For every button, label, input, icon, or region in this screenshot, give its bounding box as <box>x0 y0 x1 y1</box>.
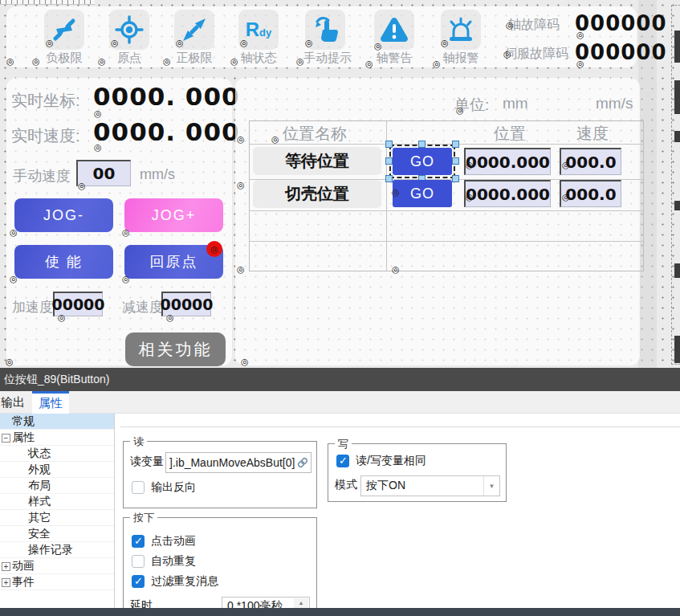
read-group: 读 读变量 ].ib_MaunMoveAbsBut[0] 输出反向 <box>123 441 317 508</box>
anchor-marker: ◎ <box>237 265 245 274</box>
same-var-checkbox[interactable] <box>336 455 349 467</box>
icon-label: 轴状态 <box>237 51 280 66</box>
tree-item-appearance[interactable]: 外观 <box>0 462 114 478</box>
anchor-marker: ◎ <box>271 135 279 144</box>
servo-fault-code-value: 000000 <box>575 40 667 64</box>
icon-label: 轴警告 <box>373 51 416 66</box>
expand-icon[interactable]: + <box>2 578 10 587</box>
click-animation-label: 点击动画 <box>151 534 196 549</box>
inspector-title-bar: 位按钮_89(BitButton) <box>0 368 680 391</box>
icon-label: 原点 <box>108 51 151 66</box>
edge-widget-fragment <box>674 336 680 363</box>
mode-label: 模式 <box>335 478 357 492</box>
axis-fault-code-label: 轴故障码 <box>508 17 560 34</box>
anchor-marker: ◎ <box>576 59 584 68</box>
selection-handle[interactable] <box>452 157 459 165</box>
anchor-marker: ◎ <box>237 135 245 144</box>
manual-speed-label: 手动速度 <box>13 166 71 186</box>
axis-alarm-icon <box>444 14 478 46</box>
filter-repeat-checkbox[interactable] <box>132 575 145 588</box>
axis-warning-icon <box>377 14 411 46</box>
tree-item-layout[interactable]: 布局 <box>0 478 114 494</box>
auto-repeat-checkbox[interactable] <box>132 555 145 568</box>
anchor-marker: ◎ <box>230 57 238 66</box>
link-variable-icon[interactable] <box>297 457 308 468</box>
decel-label: 减速度 <box>122 298 163 316</box>
anchor-marker: ◎ <box>94 109 102 118</box>
row2-position-input[interactable]: 0000.000 <box>464 180 551 207</box>
anchor-marker: ◎ <box>6 57 14 66</box>
tab-output[interactable]: 输出 <box>0 391 32 414</box>
selection-handle[interactable] <box>385 141 393 148</box>
mode-dropdown[interactable]: 按下ON ▼ <box>360 475 500 496</box>
anchor-marker: ◎ <box>441 39 449 47</box>
row2-name-cell: 切壳位置 <box>253 180 381 208</box>
anchor-marker: ◎ <box>32 57 40 66</box>
tree-item-animation[interactable]: +动画 <box>0 558 114 574</box>
anchor-marker: ◎ <box>365 59 373 68</box>
selection-handle[interactable] <box>452 141 459 148</box>
speed-unit: mm/s <box>596 95 633 112</box>
tree-item-state[interactable]: 状态 <box>0 446 114 462</box>
accel-label: 加速度 <box>12 298 53 316</box>
property-tree: 常规 −属性 状态 外观 布局 样式 其它 安全 操作记录 +动画 +事件 <box>0 414 115 608</box>
anchor-marker: ◎ <box>433 59 441 68</box>
same-var-label: 读/写变量相同 <box>356 454 426 468</box>
selection-handle[interactable] <box>385 175 393 182</box>
anchor-marker: ◎ <box>562 161 570 169</box>
hmi-designer-window: 负极限 原点 正极限 Rdy 轴状态 <box>0 0 680 616</box>
read-var-label: 读变量 <box>130 455 164 469</box>
tree-item-other[interactable]: 其它 <box>0 510 114 526</box>
output-invert-checkbox[interactable] <box>132 481 145 494</box>
selected-widget-title: 位按钮_89(BitButton) <box>4 373 110 387</box>
anchor-marker: ◎ <box>176 39 184 47</box>
anchor-marker: ◎ <box>456 106 464 115</box>
related-functions-button[interactable]: 相关功能 <box>125 332 226 366</box>
selection-handle[interactable] <box>418 141 426 148</box>
expand-icon[interactable]: + <box>2 562 10 571</box>
anchor-marker: ◎ <box>576 31 584 39</box>
selection-handle[interactable] <box>452 175 459 182</box>
read-var-input[interactable]: ].ib_MaunMoveAbsBut[0] <box>165 452 311 473</box>
table-header-name: 位置名称 <box>283 123 347 145</box>
servo-fault-code-label: 伺服故障码 <box>504 46 568 63</box>
jog-plus-button[interactable]: JOG+ <box>124 198 223 232</box>
bottom-scrollbar[interactable] <box>0 608 680 616</box>
tree-item-style[interactable]: 样式 <box>0 494 114 510</box>
write-group-title: 写 <box>335 437 352 451</box>
realtime-speed-value: 0000. 000 <box>93 117 240 146</box>
write-group: 写 读/写变量相同 模式 按下ON ▼ <box>328 443 507 502</box>
home-button-badge: ◎ <box>206 241 222 257</box>
enable-button[interactable]: 使 能 <box>14 245 113 279</box>
anchor-marker: ◎ <box>98 57 106 66</box>
tab-properties[interactable]: 属性 <box>32 391 69 414</box>
filter-repeat-label: 过滤重复消息 <box>151 574 218 589</box>
realtime-coord-value: 0000. 000 <box>93 82 240 111</box>
selection-handle[interactable] <box>385 157 393 165</box>
tree-item-properties[interactable]: −属性 <box>0 430 114 446</box>
design-canvas[interactable]: 负极限 原点 正极限 Rdy 轴状态 <box>0 0 680 368</box>
edge-widget-fragment <box>674 31 680 63</box>
inspector-tab-bar: 输出 属性 <box>0 391 680 414</box>
tree-item-security[interactable]: 安全 <box>0 526 114 542</box>
anchor-marker: ◎ <box>10 275 18 284</box>
selection-outline[interactable] <box>389 145 455 178</box>
icon-label: 负极限 <box>43 51 86 66</box>
row2-go-button[interactable]: GO <box>393 180 452 207</box>
anchor-marker: ◎ <box>562 193 570 202</box>
anchor-marker: ◎ <box>241 357 249 366</box>
indicator-axis-warning[interactable]: 轴警告 <box>373 10 416 66</box>
collapse-icon[interactable]: − <box>2 434 10 443</box>
auto-repeat-label: 自动重复 <box>151 554 196 569</box>
row1-position-input[interactable]: 0000.000 <box>464 148 551 175</box>
table-header-speed: 速度 <box>576 123 609 145</box>
click-animation-checkbox[interactable] <box>132 535 145 548</box>
press-group: 按下 点击动画 自动重复 过滤重复消息 延时 0 *100毫秒 ▲▼ <box>123 517 317 616</box>
tree-item-general[interactable]: 常规 <box>0 414 114 430</box>
tree-item-operation-log[interactable]: 操作记录 <box>0 542 114 558</box>
anchor-marker: ◎ <box>111 39 119 47</box>
anchor-marker: ◎ <box>6 357 14 366</box>
jog-minus-button[interactable]: JOG- <box>14 198 113 232</box>
tree-item-events[interactable]: +事件 <box>0 574 114 590</box>
icon-label: 轴报警 <box>439 51 483 66</box>
